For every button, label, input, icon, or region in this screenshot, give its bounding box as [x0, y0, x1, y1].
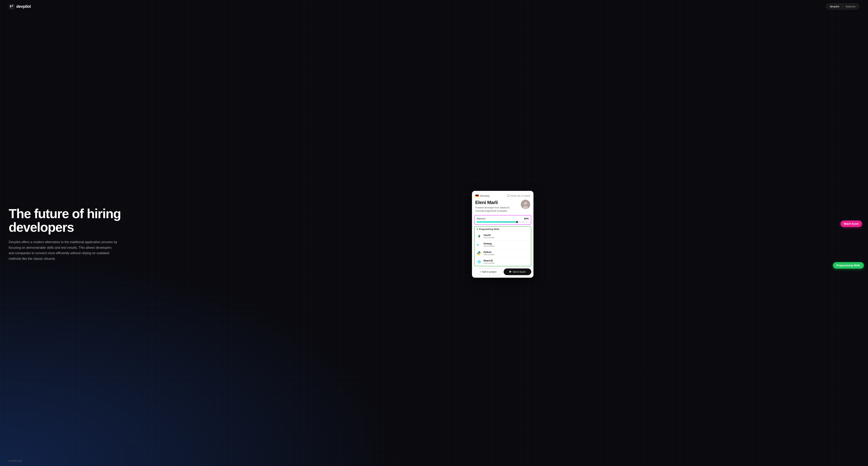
skill-item-react: ReactJS Intermediate: [474, 258, 531, 266]
svg-rect-0: [9, 4, 14, 9]
skill-level-python: Intermediate: [484, 254, 495, 256]
skill-item-golang: Go Golang Intermediate: [474, 241, 531, 249]
card-actions: + Add to project Get in touch: [472, 266, 533, 278]
progress-fill: [477, 222, 518, 223]
nav-features-link[interactable]: features: [846, 5, 856, 8]
hourly-rate: Hourly rate on request: [507, 195, 530, 197]
bio-line1: Frontend developer from Jakarta.ID.: [475, 206, 510, 209]
developer-name: Eleni Marli: [475, 200, 510, 205]
svg-text:Go: Go: [477, 244, 479, 246]
card-profile-row: Eleni Marli Frontend developer from Jaka…: [475, 200, 530, 212]
country-flag: 🇩🇪: [475, 194, 479, 198]
hero-description: Devpilot offers a modern alternative to …: [9, 239, 117, 261]
badge-programming-skills: Programming Skills: [833, 262, 864, 269]
skill-level-vue: Intermediate: [484, 236, 495, 239]
skill-level-react: Intermediate: [484, 262, 495, 264]
svg-point-8: [479, 261, 480, 262]
skills-header: Programming Skills: [474, 227, 531, 232]
nav-pill: devpilot | features: [826, 3, 859, 9]
python-icon: [477, 251, 482, 256]
skill-name-golang: Golang: [484, 242, 495, 245]
card-area: 🇩🇪 Germany Hourly rate on request: [146, 191, 859, 278]
card-header: 🇩🇪 Germany Hourly rate on request: [472, 191, 533, 215]
svg-point-3: [524, 202, 527, 205]
bio-line2: Currently programmer at devpilot.: [475, 210, 507, 212]
skill-name-python: Python: [484, 251, 495, 254]
get-in-touch-label: Get in touch: [513, 270, 526, 273]
card-location: 🇩🇪 Germany: [475, 194, 490, 198]
hero-title: The future of hiring developers: [9, 207, 135, 234]
badge-match-score: Match Score: [840, 221, 862, 227]
skill-name-vue: VueJS: [484, 234, 495, 236]
card-profile-info: Eleni Marli Frontend developer from Jaka…: [475, 200, 510, 212]
skill-info-vue: VueJS Intermediate: [484, 234, 495, 239]
skills-title: Programming Skills: [479, 228, 499, 230]
brand-name: devpilot: [16, 4, 31, 9]
brand-logo[interactable]: devpilot: [9, 4, 31, 9]
skills-section: Programming Skills VueJS Intermedia: [474, 226, 531, 266]
add-to-project-button[interactable]: + Add to project: [474, 268, 502, 275]
skills-dot: [477, 229, 478, 230]
send-icon: [509, 270, 512, 273]
skill-item-python: Python Intermediate: [474, 249, 531, 258]
skill-info-golang: Golang Intermediate: [484, 242, 495, 247]
skill-item-vue: VueJS Intermediate: [474, 232, 531, 241]
skill-info-react: ReactJS Intermediate: [484, 259, 495, 264]
footer: devpilot.dev: [0, 456, 868, 466]
matches-label: Matches: [477, 217, 486, 220]
matches-section: Matches 80%: [474, 215, 531, 225]
progress-cursor: [516, 221, 518, 223]
vue-icon: [477, 234, 482, 239]
nav-divider: |: [842, 5, 843, 8]
nav-active-link[interactable]: devpilot: [830, 5, 839, 8]
skill-level-golang: Intermediate: [484, 245, 495, 247]
matches-percent: 80%: [524, 217, 529, 220]
react-icon: [477, 259, 482, 264]
avatar: [521, 200, 530, 209]
navbar: devpilot devpilot | features: [0, 0, 868, 13]
main-content: The future of hiring developers Devpilot…: [0, 13, 868, 456]
developer-bio: Frontend developer from Jakarta.ID. Curr…: [475, 206, 510, 212]
avatar-image: [521, 200, 530, 209]
matches-row: Matches 80%: [477, 217, 529, 220]
get-in-touch-button[interactable]: Get in touch: [504, 268, 531, 275]
card-location-row: 🇩🇪 Germany Hourly rate on request: [475, 194, 530, 198]
svg-rect-1: [507, 195, 509, 197]
hourly-rate-text: Hourly rate on request: [510, 195, 530, 197]
developer-card: 🇩🇪 Germany Hourly rate on request: [472, 191, 533, 278]
golang-icon: Go: [477, 242, 482, 247]
hero-section: The future of hiring developers Devpilot…: [9, 207, 135, 262]
skill-info-python: Python Intermediate: [484, 251, 495, 256]
progress-bar: [477, 222, 529, 223]
country-name: Germany: [480, 195, 490, 197]
skill-name-react: ReactJS: [484, 259, 495, 262]
footer-url: devpilot.dev: [9, 459, 22, 462]
